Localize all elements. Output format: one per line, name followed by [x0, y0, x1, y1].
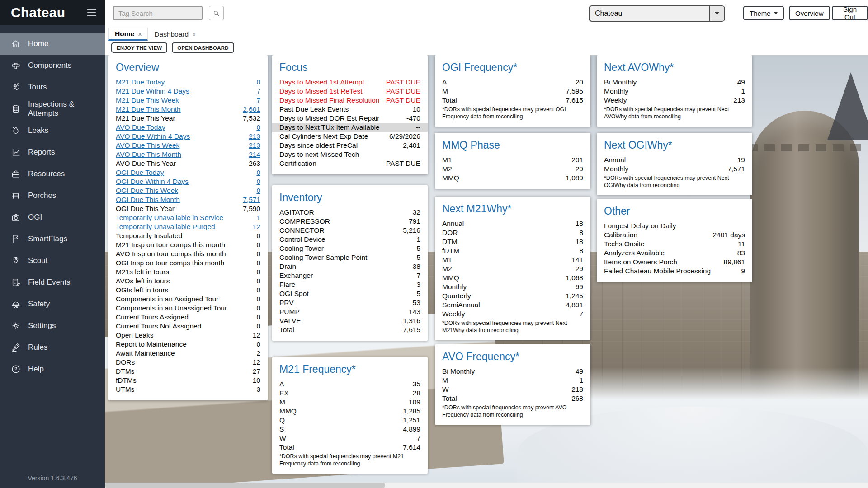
scrollbar-thumb[interactable] — [105, 483, 385, 488]
row-value[interactable]: 0 — [256, 78, 260, 87]
row-label: M — [442, 87, 453, 96]
row-value[interactable]: 12 — [253, 222, 260, 231]
panel-row[interactable]: M21 Due This Month2,601 — [116, 105, 260, 114]
row-label[interactable]: M21 Due This Month — [116, 105, 186, 114]
smartflags-icon — [11, 234, 21, 244]
sidebar-item-label: Reports — [28, 148, 55, 157]
row-value: 0 — [256, 231, 260, 240]
chevron-down-icon — [715, 12, 719, 15]
panel-row: Weekly7 — [442, 310, 583, 319]
enjoy-the-view-button[interactable]: ENJOY THE VIEW — [111, 42, 167, 53]
panel-row: M7,595 — [442, 87, 583, 96]
sidebar-item-resources[interactable]: Resources — [0, 163, 105, 185]
row-label[interactable]: Temporarily Unavailable Purged — [116, 222, 221, 231]
panel-row: Analyzers Available83 — [604, 249, 745, 258]
sidebar-item-porches[interactable]: Porches — [0, 185, 105, 206]
inspections-icon — [11, 104, 21, 114]
row-value[interactable]: 213 — [249, 132, 260, 141]
row-value[interactable]: 7,571 — [243, 195, 260, 204]
panel-row[interactable]: OGI Due This Month7,571 — [116, 195, 260, 204]
panel-row[interactable]: M21 Due This Week7 — [116, 96, 260, 105]
row-label[interactable]: AVO Due This Month — [116, 150, 187, 159]
sidebar-item-field-events[interactable]: Field Events — [0, 272, 105, 293]
help-icon — [11, 364, 21, 374]
row-value[interactable]: 7 — [256, 87, 260, 96]
panel-row[interactable]: Temporarily Unavailable Purged12 — [116, 222, 260, 231]
panel-row[interactable]: M21 Due Within 4 Days7 — [116, 87, 260, 96]
open-dashboard-button[interactable]: OPEN DASHBOARD — [172, 42, 234, 53]
sidebar-item-settings[interactable]: Settings — [0, 315, 105, 337]
tab-home[interactable]: Homex — [108, 28, 148, 41]
row-value[interactable]: 0 — [256, 186, 260, 195]
panel-row: Bi Monthly49 — [442, 367, 583, 376]
row-value[interactable]: 0 — [256, 177, 260, 186]
sidebar-item-smartflags[interactable]: SmartFlags — [0, 228, 105, 250]
panel-row: W7 — [279, 434, 420, 443]
row-label[interactable]: OGI Due Today — [116, 168, 170, 177]
select-caret-box[interactable] — [709, 6, 724, 21]
sidebar-item-leaks[interactable]: Leaks — [0, 120, 105, 141]
sign-out-button[interactable]: Sign Out — [832, 6, 868, 20]
tab-dashboard[interactable]: Dashboardx — [148, 28, 202, 41]
row-label[interactable]: AVO Due Today — [116, 123, 171, 132]
search-button[interactable] — [209, 6, 224, 20]
panel-row: COMPRESSOR791 — [279, 217, 420, 226]
panel-row[interactable]: Temporarily Unavailable in Service1 — [116, 213, 260, 222]
overview-button[interactable]: Overview — [789, 6, 830, 20]
row-label[interactable]: Temporarily Unavailable in Service — [116, 213, 229, 222]
row-value[interactable]: 213 — [249, 141, 260, 150]
panel-row: Components in an Unassigned Tour0 — [116, 304, 260, 313]
menu-icon[interactable] — [85, 7, 98, 18]
sidebar-item-ogi[interactable]: OGI — [0, 206, 105, 228]
row-label[interactable]: M21 Due Today — [116, 78, 170, 87]
panel-row[interactable]: OGI Due Today0 — [116, 168, 260, 177]
row-label: Current Tours Assigned — [116, 313, 194, 322]
panel-row[interactable]: OGI Due This Week0 — [116, 186, 260, 195]
row-value: 7 — [416, 434, 420, 443]
sidebar-item-safety[interactable]: Safety — [0, 293, 105, 315]
panel-row: MMQ1,089 — [442, 174, 583, 183]
tag-search-input[interactable] — [113, 6, 203, 20]
sidebar-item-reports[interactable]: Reports — [0, 141, 105, 163]
row-label: DTM — [442, 237, 463, 246]
row-label[interactable]: M21 Due Within 4 Days — [116, 87, 195, 96]
panel-row[interactable]: AVO Due This Month214 — [116, 150, 260, 159]
theme-button[interactable]: Theme — [743, 6, 784, 20]
horizontal-scrollbar[interactable] — [105, 483, 868, 488]
row-value: 11 — [738, 239, 745, 249]
row-label[interactable]: M21 Due This Week — [116, 96, 184, 105]
row-label[interactable]: OGI Due Within 4 Days — [116, 177, 194, 186]
panel-row[interactable]: AVO Due This Week213 — [116, 141, 260, 150]
sidebar-item-inspections-attempts[interactable]: Inspections & Attempts — [0, 98, 105, 120]
row-value[interactable]: 0 — [256, 168, 260, 177]
panel-row: Current Tours Not Assigned0 — [116, 322, 260, 331]
panel-row[interactable]: AVO Due Within 4 Days213 — [116, 132, 260, 141]
row-value[interactable]: 1 — [256, 213, 260, 222]
sidebar-item-scout[interactable]: Scout — [0, 250, 105, 272]
site-select[interactable]: Chateau — [589, 5, 725, 22]
row-value[interactable]: 0 — [256, 123, 260, 132]
row-value[interactable]: 2,601 — [243, 105, 260, 114]
panel-row[interactable]: M21 Due Today0 — [116, 78, 260, 87]
row-label[interactable]: OGI Due This Month — [116, 195, 185, 204]
panel-row[interactable]: OGI Due Within 4 Days0 — [116, 177, 260, 186]
sidebar-item-components[interactable]: Components — [0, 55, 105, 76]
row-label[interactable]: AVO Due Within 4 Days — [116, 132, 195, 141]
sidebar-item-help[interactable]: Help — [0, 358, 105, 380]
sidebar-item-label: Scout — [28, 256, 47, 265]
mmq-phase-panel: MMQ PhaseM1201M229MMQ1,089 — [435, 133, 590, 189]
close-icon[interactable]: x — [138, 30, 142, 37]
row-label[interactable]: AVO Due This Week — [116, 141, 185, 150]
row-value[interactable]: 214 — [249, 150, 260, 159]
panel-row: Days to Missed DOR Est Repair-470 — [279, 114, 420, 123]
panel-row: Days to Missed Final ResolutionPAST DUE — [279, 96, 420, 105]
row-label[interactable]: OGI Due This Week — [116, 186, 184, 195]
panel-row: MMQ1,285 — [279, 407, 420, 416]
row-value[interactable]: 7 — [256, 96, 260, 105]
sidebar-item-rules[interactable]: Rules — [0, 337, 105, 358]
sidebar-item-home[interactable]: Home — [0, 33, 105, 55]
panel-row[interactable]: AVO Due Today0 — [116, 123, 260, 132]
close-icon[interactable]: x — [193, 31, 196, 38]
row-value: PAST DUE — [386, 96, 420, 105]
sidebar-item-tours[interactable]: Tours — [0, 76, 105, 98]
